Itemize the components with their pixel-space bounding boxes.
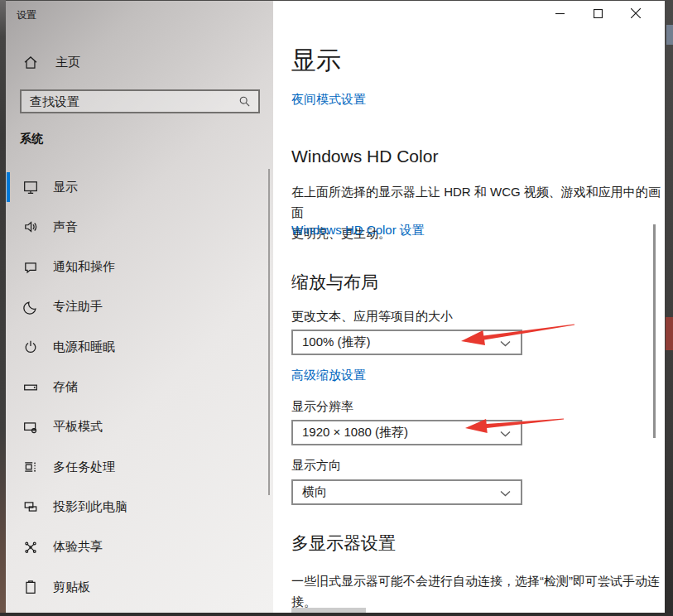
- notifications-icon: [23, 260, 38, 275]
- sidebar-item-label: 通知和操作: [53, 259, 115, 275]
- sidebar-item-home[interactable]: 主页: [17, 49, 257, 75]
- sidebar-item-focus-assist[interactable]: 专注助手: [6, 290, 273, 325]
- sidebar: 设置 主页 系统 显示声音通知和操作专注助手电源和睡眠存储平板模式: [6, 1, 273, 613]
- settings-window: 设置 主页 系统 显示声音通知和操作专注助手电源和睡眠存储平板模式: [6, 0, 665, 613]
- minimize-button[interactable]: [541, 1, 579, 26]
- sidebar-item-shared-exp[interactable]: 体验共享: [6, 530, 273, 565]
- window-controls: [541, 1, 655, 26]
- sidebar-item-notifications[interactable]: 通知和操作: [6, 250, 273, 285]
- scale-dropdown-value: 100% (推荐): [302, 334, 371, 350]
- sidebar-item-label: 多任务处理: [53, 460, 115, 475]
- sidebar-scrollbar[interactable]: [268, 169, 270, 495]
- sidebar-item-label: 投影到此电脑: [53, 499, 127, 515]
- search-box: [20, 89, 260, 113]
- sidebar-item-display[interactable]: 显示: [6, 170, 273, 205]
- sidebar-item-tablet-mode[interactable]: 平板模式: [6, 410, 273, 445]
- night-light-settings-link[interactable]: 夜间模式设置: [291, 92, 366, 108]
- storage-icon: [23, 380, 38, 395]
- sidebar-item-label: 存储: [53, 379, 78, 395]
- main-scrollbar[interactable]: [653, 224, 656, 438]
- power-icon: [23, 339, 38, 354]
- sidebar-item-label: 体验共享: [53, 539, 103, 555]
- orientation-dropdown-value: 横向: [302, 484, 327, 500]
- chevron-down-icon: [500, 490, 511, 498]
- sidebar-item-label: 专注助手: [53, 299, 103, 315]
- sidebar-item-clipboard[interactable]: 剪贴板: [6, 570, 273, 604]
- sidebar-item-projecting[interactable]: 投影到此电脑: [6, 489, 273, 524]
- display-icon: [23, 180, 38, 195]
- orientation-label: 显示方向: [291, 458, 341, 474]
- desktop-edge-right: [665, 0, 673, 616]
- project-icon: [23, 499, 38, 514]
- sidebar-section-system: 系统: [20, 132, 43, 147]
- scale-layout-heading: 缩放与布局: [291, 271, 378, 294]
- sound-icon: [23, 219, 38, 234]
- scale-size-label: 更改文本、应用等项目的大小: [291, 309, 453, 325]
- sidebar-item-sound[interactable]: 声音: [6, 209, 273, 244]
- screenshot-stage: 设置 主页 系统 显示声音通知和操作专注助手电源和睡眠存储平板模式: [0, 0, 673, 616]
- sidebar-item-label: 显示: [53, 180, 78, 195]
- chevron-down-icon: [500, 340, 511, 348]
- sidebar-item-label: 平板模式: [53, 419, 103, 435]
- focus-assist-icon: [23, 300, 38, 315]
- multitask-icon: [23, 460, 38, 474]
- hd-color-heading: Windows HD Color: [291, 147, 438, 166]
- multi-display-description: 一些旧式显示器可能不会进行自动连接，选择“检测”即可尝试手动连 接。: [291, 570, 665, 612]
- search-input[interactable]: [22, 94, 238, 108]
- main-pane: 显示 夜间模式设置 Windows HD Color 在上面所选择的显示器上让 …: [273, 1, 665, 613]
- tablet-icon: [23, 420, 38, 435]
- desktop-edge-left: [0, 0, 6, 616]
- orientation-dropdown[interactable]: 横向: [291, 479, 522, 505]
- resolution-dropdown[interactable]: 1920 × 1080 (推荐): [291, 420, 522, 445]
- desktop-edge-bottom: [0, 613, 673, 616]
- app-title: 设置: [17, 8, 36, 22]
- close-button[interactable]: [617, 1, 655, 26]
- background-window-fragment: [666, 25, 673, 45]
- multi-display-heading: 多显示器设置: [291, 532, 396, 555]
- sidebar-item-label: 电源和睡眠: [53, 339, 115, 355]
- sidebar-item-label: 声音: [53, 219, 78, 235]
- chevron-down-icon: [500, 431, 511, 438]
- resolution-dropdown-value: 1920 × 1080 (推荐): [302, 425, 408, 440]
- sidebar-item-power-sleep[interactable]: 电源和睡眠: [6, 330, 273, 364]
- advanced-scaling-link[interactable]: 高级缩放设置: [291, 368, 366, 383]
- maximize-button[interactable]: [579, 1, 617, 26]
- page-title: 显示: [291, 44, 341, 78]
- background-window-fragment: [666, 317, 673, 350]
- share-icon: [23, 540, 38, 555]
- home-icon: [23, 55, 38, 70]
- resolution-label: 显示分辨率: [291, 399, 353, 415]
- clipboard-icon: [23, 580, 38, 594]
- sidebar-home-label: 主页: [55, 55, 80, 70]
- scale-dropdown[interactable]: 100% (推荐): [291, 330, 522, 355]
- hd-color-settings-link[interactable]: Windows HD Color 设置: [291, 223, 425, 238]
- sidebar-item-label: 剪贴板: [53, 580, 90, 595]
- sidebar-item-storage[interactable]: 存储: [6, 370, 273, 405]
- selected-indicator: [7, 172, 10, 202]
- sidebar-item-multitasking[interactable]: 多任务处理: [6, 450, 273, 484]
- search-icon: [238, 95, 251, 108]
